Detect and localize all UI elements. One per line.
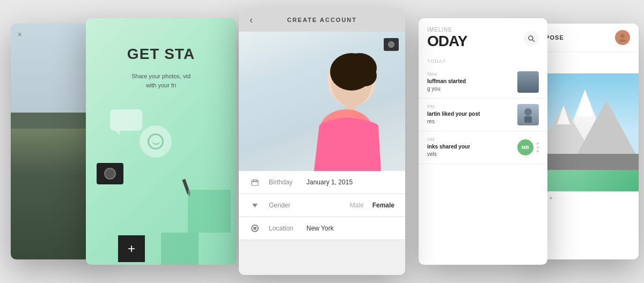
screen-landscape: × — [11, 24, 97, 259]
dot-2 — [537, 146, 539, 148]
close-icon[interactable]: × — [17, 30, 22, 40]
get-started-icons-area: + — [86, 125, 236, 265]
green-strip-decoration — [531, 170, 639, 191]
create-account-title: CREATE ACCOUNT — [287, 17, 357, 23]
svg-rect-14 — [524, 116, 532, 123]
camera-icon — [97, 163, 123, 184]
timeline-item-2-time: PM — [427, 104, 512, 109]
timeline-item-2: PM lartin liked your post res — [419, 99, 547, 131]
profile-photo-area — [239, 32, 405, 171]
compose-dots-row — [531, 191, 639, 205]
timeline-item-1-thumb — [517, 71, 539, 93]
svg-point-15 — [620, 34, 625, 38]
timeline-item-2-action: res — [427, 118, 435, 124]
landscape-sky — [11, 24, 97, 118]
landscape-ground — [11, 118, 97, 259]
person-thumbnail-2 — [517, 104, 539, 125]
back-button[interactable]: ‹ — [250, 14, 253, 26]
timeline-title-group: IMELINE ODAY — [427, 27, 467, 50]
camera-container — [91, 158, 123, 184]
timeline-item-2-thumb — [517, 104, 539, 125]
svg-rect-10 — [256, 179, 257, 181]
location-icon — [250, 226, 260, 231]
triangle-icon — [252, 204, 258, 207]
compose-user-avatar[interactable] — [615, 30, 630, 45]
screen-timeline: IMELINE ODAY TODAY Now luffman started g… — [419, 18, 547, 265]
timeline-label: IMELINE — [427, 27, 467, 33]
timeline-day: ODAY — [427, 33, 467, 50]
timeline-item-3-text: AM inks shared your vels — [427, 137, 517, 158]
timeline-item-1-desc: luffman started g you — [427, 78, 512, 93]
timeline-item-1-name: luffman started — [427, 78, 466, 84]
mountain-svg — [531, 73, 639, 170]
birthday-label: Birthday — [269, 178, 306, 186]
compose-header: MPOSE — [531, 24, 639, 52]
chat-bubble-icon — [110, 109, 142, 131]
subtitle-line2: with your fri — [146, 82, 176, 88]
gender-field-row[interactable]: Gender Male Female — [239, 194, 405, 217]
screen-compose: MPOSE S... — [531, 24, 639, 259]
landscape-background: × — [11, 24, 97, 259]
timeline-item-1: Now luffman started g you — [419, 66, 547, 99]
svg-rect-8 — [252, 181, 258, 182]
search-icon — [528, 35, 535, 42]
mountain-image — [531, 73, 639, 170]
timeline-today-date: TODAY — [427, 58, 539, 64]
change-photo-button[interactable] — [384, 38, 399, 51]
grass-silhouette — [11, 113, 97, 129]
location-value: New York — [306, 225, 334, 232]
plus-icon[interactable]: + — [118, 235, 145, 262]
smile-face-icon — [148, 133, 164, 150]
location-label: Location — [269, 225, 306, 232]
timeline-avatar-mb: MB — [517, 139, 533, 155]
smiley-icon-circle — [140, 125, 172, 158]
green-rect-decoration-2 — [161, 233, 199, 265]
gender-label: Gender — [269, 202, 306, 209]
birthday-icon — [250, 178, 260, 186]
gender-options: Male Female — [350, 202, 394, 209]
plus-box-container: + — [102, 208, 145, 262]
dots-container — [537, 143, 539, 152]
gender-icon — [250, 204, 260, 207]
svg-rect-7 — [252, 180, 258, 185]
timeline-item-3-right: MB — [517, 139, 539, 155]
avatar-person-icon — [617, 32, 628, 43]
compose-text-placeholder[interactable]: S... — [531, 52, 639, 73]
screens-container: × GET STA Share your photos, vid with yo… — [0, 0, 644, 283]
timeline-item-3-action: vels — [427, 151, 437, 157]
subtitle-line1: Share your photos, vid — [131, 73, 191, 79]
svg-rect-22 — [531, 154, 639, 170]
svg-line-12 — [532, 40, 535, 42]
timeline-item-3: AM inks shared your vels MB — [419, 131, 547, 164]
get-started-title: GET STA — [102, 45, 220, 63]
location-pin-icon — [252, 226, 258, 231]
location-field-row[interactable]: Location New York — [239, 217, 405, 240]
timeline-header: IMELINE ODAY — [419, 18, 547, 54]
gender-female-option[interactable]: Female — [372, 202, 394, 209]
timeline-item-2-text: PM lartin liked your post res — [427, 104, 517, 125]
svg-point-4 — [353, 65, 377, 86]
dot-3 — [537, 150, 539, 152]
timeline-item-1-time: Now — [427, 71, 512, 77]
svg-rect-9 — [253, 179, 254, 181]
dot-1 — [537, 143, 539, 145]
screen-get-started: GET STA Share your photos, vid with your… — [86, 18, 236, 265]
timeline-item-2-desc: lartin liked your post res — [427, 110, 512, 125]
timeline-item-1-action: g you — [427, 86, 440, 92]
compose-dot-3 — [550, 197, 552, 199]
person-silhouette-svg — [282, 37, 400, 171]
svg-point-11 — [529, 36, 533, 40]
timeline-item-3-desc: inks shared your vels — [427, 143, 512, 158]
timeline-section-today: TODAY — [419, 54, 547, 66]
person-thumbnail-1 — [517, 71, 539, 93]
get-started-subtitle: Share your photos, vid with your fri — [102, 72, 220, 91]
svg-point-13 — [524, 108, 532, 116]
gender-male-option[interactable]: Male — [350, 202, 364, 209]
birthday-field-row[interactable]: Birthday January 1, 2015 — [239, 171, 405, 194]
timeline-item-3-time: AM — [427, 137, 512, 142]
timeline-item-2-name: lartin liked your post — [427, 111, 480, 117]
create-account-header: ‹ CREATE ACCOUNT — [239, 8, 405, 32]
photographer-icon — [520, 107, 536, 123]
get-started-header: GET STA Share your photos, vid with your… — [86, 18, 236, 101]
search-button[interactable] — [524, 31, 539, 46]
